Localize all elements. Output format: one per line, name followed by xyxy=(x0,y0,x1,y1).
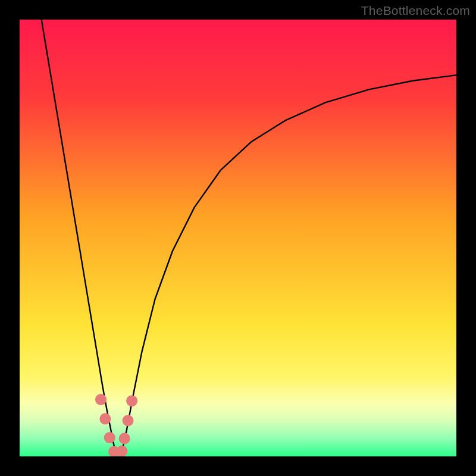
chart-svg xyxy=(20,20,456,456)
highlight-dot xyxy=(122,415,133,426)
highlight-dot xyxy=(119,433,130,444)
watermark-text: TheBottleneck.com xyxy=(361,4,470,18)
highlight-dot xyxy=(126,395,137,406)
highlight-dot xyxy=(95,394,107,405)
highlight-dot xyxy=(116,446,127,456)
highlight-dot xyxy=(104,432,115,443)
plot-area xyxy=(20,20,456,456)
highlight-dot xyxy=(99,413,111,424)
outer-frame: TheBottleneck.com xyxy=(0,0,476,476)
